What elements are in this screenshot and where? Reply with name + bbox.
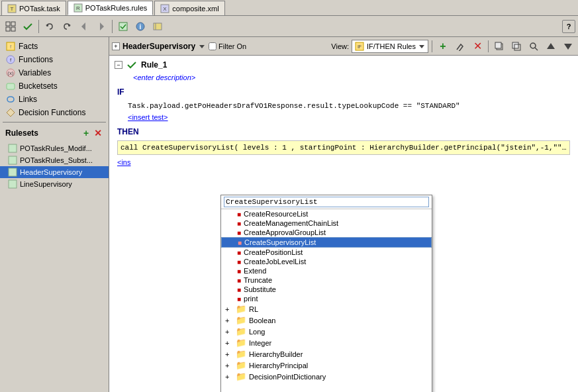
down-button[interactable] <box>561 39 575 54</box>
ac-label-1: CreateResourceList <box>244 210 308 218</box>
grid-button[interactable] <box>3 19 19 34</box>
add-rule-button[interactable]: + <box>436 39 450 54</box>
ac-item-createsupervisory[interactable]: ■ CreateSupervisoryList <box>221 237 432 248</box>
ac-item-createposition[interactable]: ■ CreatePositionList <box>221 248 432 257</box>
red-square-icon-7: ■ <box>237 268 241 275</box>
tab-potaskrules[interactable]: R POTaskRules.rules <box>68 1 154 15</box>
sidebar-item-links[interactable]: Links <box>0 93 109 106</box>
sidebar-item-variables[interactable]: (x) Variables <box>0 66 109 79</box>
ac-item-hierarchyprincipal[interactable]: + 📁 HierarchyPrincipal <box>221 360 432 371</box>
ac-item-print[interactable]: ■ print <box>221 294 432 303</box>
tab-composite[interactable]: X composite.xml <box>154 1 224 15</box>
rulesets-label: Rulesets <box>5 128 38 138</box>
ac-item-hierarchybuilder[interactable]: + 📁 HierarchyBuilder <box>221 348 432 360</box>
ac-item-boolean[interactable]: + 📁 Boolean <box>221 315 432 326</box>
forward-button[interactable] <box>93 19 109 34</box>
svg-text:R: R <box>76 5 80 11</box>
sidebar-item-decision-functions[interactable]: Decision Functions <box>0 106 109 119</box>
ifthen-icon: IF <box>355 42 364 51</box>
rule-editor[interactable]: − Rule_1 <enter description> IF Task.pay… <box>109 56 578 392</box>
add-ruleset-button[interactable]: + <box>81 128 91 138</box>
edit-rule-button[interactable] <box>453 39 467 54</box>
find-button[interactable] <box>526 39 541 54</box>
autocomplete-dropdown: ■ CreateResourceList ■ CreateManagementC… <box>220 195 432 392</box>
ac-item-createapproval[interactable]: ■ CreateApprovalGroupList <box>221 228 432 237</box>
rule-header: − Rule_1 <box>112 58 575 72</box>
task-icon: T <box>7 4 17 13</box>
then-label: THEN <box>117 127 139 136</box>
ac-item-truncate[interactable]: ■ Truncate <box>221 275 432 285</box>
expand-icon-long: + <box>225 328 233 336</box>
ac-label-10: print <box>244 295 258 303</box>
delete-rule-button[interactable]: ✕ <box>470 39 485 54</box>
decision-functions-icon <box>5 107 16 118</box>
help-button[interactable]: ? <box>562 20 575 33</box>
svg-text:(x): (x) <box>7 70 14 76</box>
red-square-icon-8: ■ <box>237 277 241 284</box>
folder-icon-rl: 📁 <box>236 304 246 314</box>
remove-ruleset-button[interactable]: ✕ <box>93 128 103 138</box>
ac-item-createresourcelist[interactable]: ■ CreateResourceList <box>221 209 432 219</box>
rule-expand-button[interactable]: − <box>115 61 122 69</box>
sidebar-item-links-label: Links <box>19 95 37 104</box>
edit-icon <box>456 42 465 51</box>
ac-item-createjoblevel[interactable]: ■ CreateJobLevelList <box>221 257 432 266</box>
ruleset-item-subst[interactable]: POTaskRules_Subst... <box>0 154 109 166</box>
sidebar-item-functions[interactable]: f Functions <box>0 53 109 66</box>
ruleset-item-modif[interactable]: POTaskRules_Modif... <box>0 142 109 154</box>
ac-item-substitute[interactable]: ■ Substitute <box>221 285 432 294</box>
ruleset-item-header[interactable]: HeaderSupervisory <box>0 166 109 178</box>
ac-label-5: CreatePositionList <box>244 248 303 256</box>
expand-button[interactable]: + <box>112 42 120 50</box>
sidebar-item-bucketsets[interactable]: Bucketsets <box>0 79 109 93</box>
svg-rect-36 <box>495 42 501 48</box>
back-button[interactable] <box>76 19 92 34</box>
ruleset-icon-line <box>8 179 17 189</box>
ruleset-item-line[interactable]: LineSupervisory <box>0 178 109 190</box>
functions-icon: f <box>5 54 16 65</box>
ac-item-long[interactable]: + 📁 Long <box>221 326 432 337</box>
copy-button[interactable] <box>492 39 506 54</box>
rule-name: Rule_1 <box>141 60 167 70</box>
sidebar-item-facts-label: Facts <box>19 42 38 51</box>
red-square-icon-10: ■ <box>237 295 241 303</box>
expand-icon-hb: + <box>225 350 233 358</box>
insert-test-link[interactable]: <insert test> <box>128 113 168 121</box>
ac-item-createmanagement[interactable]: ■ CreateManagementChainList <box>221 219 432 228</box>
ac-label-int: Integer <box>249 339 271 347</box>
tab-potask-label: POTask.task <box>19 5 60 13</box>
undo-button[interactable] <box>42 19 58 34</box>
redo-button[interactable] <box>59 19 75 34</box>
tab-potask[interactable]: T POTask.task <box>1 1 66 15</box>
insert-set-link[interactable]: <ins <box>117 158 131 166</box>
up-button[interactable] <box>544 39 558 54</box>
forward-icon <box>96 21 107 32</box>
rule-condition[interactable]: Task.payload.getPoHeadersDrafVO1Response… <box>112 101 575 111</box>
rule-description[interactable]: <enter description> <box>133 74 195 81</box>
undo-icon <box>44 21 55 32</box>
view-select[interactable]: IF IF/THEN Rules <box>352 40 428 53</box>
ac-item-integer[interactable]: + 📁 Integer <box>221 337 432 348</box>
tab-composite-label: composite.xml <box>172 5 218 13</box>
ac-label-4: CreateSupervisoryList <box>244 238 316 246</box>
validate-button[interactable] <box>115 19 131 34</box>
svg-text:T: T <box>11 6 14 12</box>
rule-action[interactable]: call CreateSupervisoryList( levels : 1 ,… <box>117 140 570 155</box>
filter-checkbox[interactable] <box>209 42 217 50</box>
ac-label-6: CreateJobLevelList <box>244 258 306 266</box>
autocomplete-list[interactable]: ■ CreateResourceList ■ CreateManagementC… <box>221 209 432 392</box>
check-button[interactable] <box>20 19 36 34</box>
svg-line-40 <box>535 48 538 50</box>
ac-item-extend[interactable]: ■ Extend <box>221 266 432 275</box>
deploy-button[interactable] <box>150 19 166 34</box>
grid-icon <box>5 21 16 32</box>
sidebar-item-facts[interactable]: f Facts <box>0 40 109 53</box>
ac-item-decisionpoint[interactable]: + 📁 DecisionPointDictionary <box>221 371 432 382</box>
ac-item-rl[interactable]: + 📁 RL <box>221 303 432 315</box>
paste-button[interactable] <box>509 39 524 54</box>
folder-icon-int: 📁 <box>236 338 246 348</box>
autocomplete-input[interactable] <box>224 197 429 207</box>
toolbar: i ? <box>0 16 578 37</box>
red-square-icon-6: ■ <box>237 258 241 266</box>
info-button[interactable]: i <box>132 19 148 34</box>
